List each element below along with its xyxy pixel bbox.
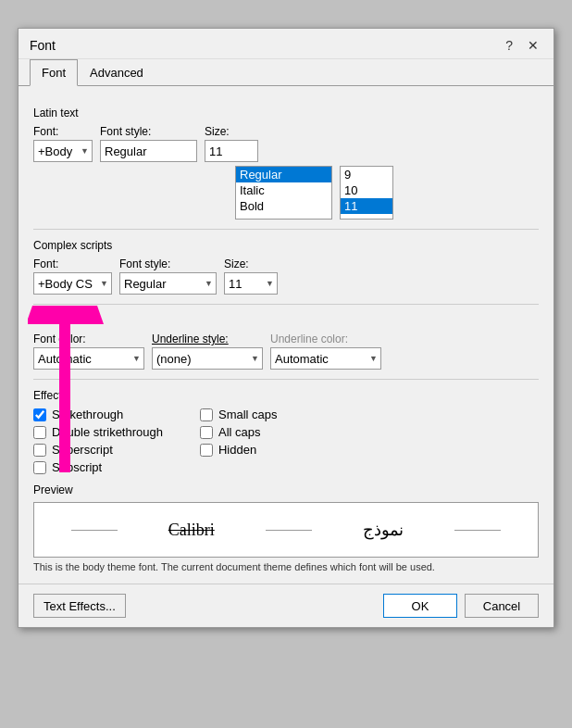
preview-box: Calibri نموذج [33,502,539,558]
latin-size-field: Size: [205,125,258,162]
superscript-label: Superscript [52,443,113,457]
effects-label: Effects [33,389,539,402]
complex-font-label: Font: [33,257,112,270]
dialog-body: Latin text Font: +Body Font style: Size: [19,86,553,584]
all-text-label: All text [33,314,539,327]
small-caps-checkbox[interactable] [200,408,213,421]
font-list-spacer [33,166,228,220]
size-item-9[interactable]: 9 [341,167,392,182]
complex-fields-row: Font: +Body CS Font style: Regular Size: [33,257,539,295]
separator-2 [33,304,539,305]
underline-style-combo-wrapper: (none) [152,347,263,370]
help-button[interactable]: ? [502,36,516,55]
underline-color-combo-wrapper: Automatic [270,347,381,370]
double-strikethrough-checkbox[interactable] [33,426,46,439]
superscript-item[interactable]: Superscript [33,443,163,457]
tab-advanced[interactable]: Advanced [78,59,155,86]
underline-style-label: Underline style: [152,333,263,345]
latin-text-label: Latin text [33,107,539,119]
strikethrough-item[interactable]: Strikethrough [33,408,163,421]
small-caps-item[interactable]: Small caps [200,408,278,421]
complex-font-combo-wrapper: +Body CS [33,272,112,295]
hidden-item[interactable]: Hidden [200,443,278,457]
tab-font[interactable]: Font [30,59,78,86]
preview-text: Calibri [168,521,215,540]
complex-style-select[interactable]: Regular [119,272,217,295]
preview-line-mid [266,530,312,531]
complex-size-field: Size: 11 [224,257,278,295]
font-dialog: Font ? ✕ Font Advanced Latin text Font: … [18,28,554,628]
hidden-label: Hidden [218,443,256,457]
footer-buttons: OK Cancel [383,594,539,618]
title-bar-left: Font [30,38,56,53]
close-button[interactable]: ✕ [524,36,542,55]
complex-size-select[interactable]: 11 [224,272,278,295]
latin-font-select[interactable]: +Body [33,140,93,162]
all-text-row: Font color: Automatic Underline style: (… [33,333,539,370]
latin-font-combo-wrapper: +Body [33,140,93,162]
text-effects-button[interactable]: Text Effects... [33,594,126,618]
complex-scripts-label: Complex scripts [33,239,539,252]
all-caps-item[interactable]: All caps [200,425,278,439]
all-caps-label: All caps [218,425,261,439]
latin-style-input[interactable] [100,140,197,162]
title-bar: Font ? ✕ [19,29,553,59]
underline-color-field: Underline color: Automatic [270,333,381,370]
style-listbox[interactable]: Regular Italic Bold [235,166,332,220]
complex-font-field: Font: +Body CS [33,257,112,295]
underline-color-select[interactable]: Automatic [270,347,381,370]
dialog-title: Font [30,38,56,53]
preview-line-right [454,530,501,531]
font-color-label: Font color: [33,333,144,345]
latin-font-label: Font: [33,125,93,138]
latin-lists-row: Regular Italic Bold 9 10 11 [33,166,539,220]
separator-3 [33,379,539,380]
double-strikethrough-label: Double strikethrough [52,425,163,439]
style-item-regular[interactable]: Regular [236,167,331,182]
font-color-select[interactable]: Automatic [33,347,144,370]
font-color-field: Font color: Automatic [33,333,144,370]
subscript-checkbox[interactable] [33,461,46,474]
style-item-bold[interactable]: Bold [236,198,331,214]
subscript-label: Subscript [52,460,102,474]
underline-color-label: Underline color: [270,333,381,345]
title-bar-right: ? ✕ [502,36,542,55]
effects-left-col: Strikethrough Double strikethrough Super… [33,408,163,474]
latin-font-field: Font: +Body [33,125,93,162]
ok-button[interactable]: OK [383,594,457,618]
effects-grid: Strikethrough Double strikethrough Super… [33,408,539,474]
latin-size-input[interactable] [205,140,258,162]
style-item-italic[interactable]: Italic [236,182,331,198]
superscript-checkbox[interactable] [33,444,46,457]
hidden-checkbox[interactable] [200,444,213,457]
size-item-11[interactable]: 11 [341,198,392,214]
complex-style-field: Font style: Regular [119,257,217,295]
small-caps-label: Small caps [218,408,278,421]
complex-font-select[interactable]: +Body CS [33,272,112,295]
preview-line-left [71,530,118,531]
preview-arabic: نموذج [363,520,404,540]
double-strikethrough-item[interactable]: Double strikethrough [33,425,163,439]
all-caps-checkbox[interactable] [200,426,213,439]
dialog-footer: Text Effects... OK Cancel [19,584,553,627]
size-item-10[interactable]: 10 [341,182,392,198]
preview-description: This is the body theme font. The current… [33,561,539,572]
effects-right-col: Small caps All caps Hidden [200,408,278,474]
complex-size-label: Size: [224,257,278,270]
strikethrough-checkbox[interactable] [33,408,46,421]
size-listbox[interactable]: 9 10 11 [340,166,393,220]
strikethrough-label: Strikethrough [52,408,123,421]
complex-size-combo-wrapper: 11 [224,272,278,295]
latin-size-label: Size: [205,125,258,138]
complex-style-label: Font style: [119,257,217,270]
separator-1 [33,229,539,230]
latin-style-field: Font style: [100,125,197,162]
preview-section: Preview Calibri نموذج This is the body t… [33,483,539,572]
underline-style-select[interactable]: (none) [152,347,263,370]
cancel-button[interactable]: Cancel [465,594,539,618]
tab-bar: Font Advanced [19,59,553,86]
font-color-combo-wrapper: Automatic [33,347,144,370]
preview-label: Preview [33,483,539,496]
subscript-item[interactable]: Subscript [33,460,163,474]
underline-style-field: Underline style: (none) [152,333,263,370]
